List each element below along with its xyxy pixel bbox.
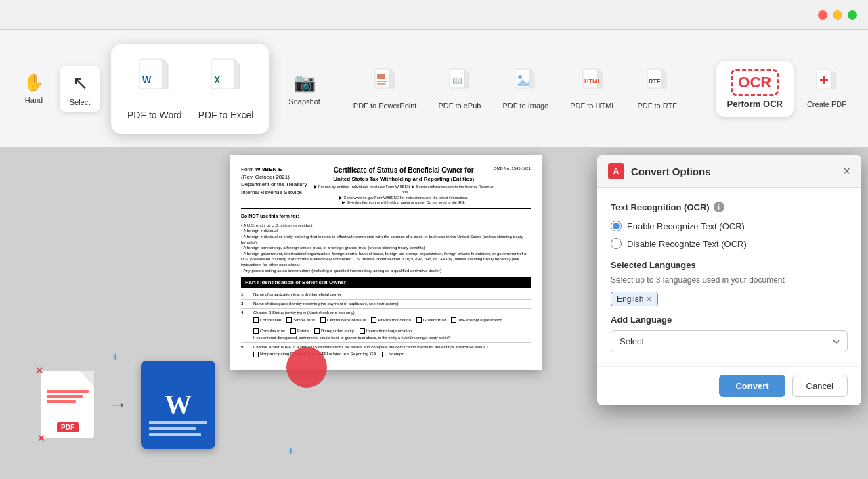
plus-decoration-1: + bbox=[112, 350, 119, 365]
svg-text:RTF: RTF bbox=[649, 78, 661, 85]
form-bullets: A U.S. entity or U.S. citizen or residen… bbox=[241, 223, 531, 274]
pdf-to-ppt-label: PDF to PowerPoint bbox=[353, 101, 417, 110]
enable-ocr-option[interactable]: Enable Recognize Text (OCR) bbox=[611, 221, 848, 231]
svg-rect-8 bbox=[377, 74, 385, 79]
pdf-badge: PDF bbox=[57, 422, 79, 432]
pdf-to-image-label: PDF to Image bbox=[502, 101, 548, 110]
svg-rect-9 bbox=[377, 81, 388, 82]
conversion-arrow: → bbox=[108, 394, 127, 415]
snapshot-label: Snapshot bbox=[288, 97, 320, 106]
svg-marker-25 bbox=[831, 70, 836, 89]
select-tool[interactable]: ↖ Select bbox=[60, 66, 100, 112]
svg-rect-10 bbox=[377, 83, 386, 85]
svg-marker-12 bbox=[464, 69, 469, 88]
english-tag-remove[interactable]: × bbox=[646, 294, 651, 304]
form-row-4: 4 Chapter 3 Status (entity type) (Must c… bbox=[241, 309, 531, 343]
form-donot: Do NOT use this form for: bbox=[241, 213, 531, 220]
dialog-header: A Convert Options × bbox=[597, 155, 861, 188]
dialog-close-button[interactable]: × bbox=[843, 165, 850, 177]
separator-1 bbox=[337, 68, 337, 109]
pdf-to-image-tool[interactable]: PDF to Image bbox=[494, 63, 557, 115]
add-language-label: Add Language bbox=[611, 315, 848, 325]
word-target-icon: W bbox=[141, 361, 215, 449]
form-main-title: Certificate of Status of Beneficial Owne… bbox=[313, 166, 494, 206]
snapshot-tool[interactable]: 📷 Snapshot bbox=[280, 67, 328, 111]
languages-section-label: Selected Languages bbox=[611, 260, 848, 270]
enable-ocr-label: Enable Recognize Text (OCR) bbox=[627, 221, 745, 231]
word-lines bbox=[149, 421, 207, 439]
expanded-convert-group: W PDF to Word X PDF to Excel bbox=[111, 44, 269, 134]
plus-decoration-2: + bbox=[287, 444, 295, 459]
svg-text:📖: 📖 bbox=[452, 75, 462, 85]
pdf-to-html-label: PDF to HTML bbox=[570, 101, 615, 110]
disable-ocr-label: Disable Recognize Text (OCR) bbox=[627, 239, 747, 249]
ocr-label: Perform OCR bbox=[727, 99, 783, 109]
create-pdf-icon bbox=[816, 69, 838, 93]
dialog-title-row: A Convert Options bbox=[608, 163, 711, 179]
form-row-3: 3 Name of disregarded entity receiving t… bbox=[241, 300, 531, 309]
svg-marker-7 bbox=[390, 69, 394, 88]
dialog-overlay: A Convert Options × Text Recognition (OC… bbox=[597, 148, 868, 479]
ocr-tool[interactable]: OCR Perform OCR bbox=[716, 61, 794, 117]
minimize-button[interactable] bbox=[833, 10, 842, 20]
pdf-to-excel-label: PDF to Excel bbox=[198, 110, 254, 120]
pdf-to-html-icon: HTML bbox=[582, 68, 604, 97]
form-row-1: 1 Name of organization that is the benef… bbox=[241, 290, 531, 299]
dialog-body: Text Recognition (OCR) i Enable Recogniz… bbox=[597, 188, 861, 366]
svg-text:W: W bbox=[142, 74, 152, 85]
form-section-header: Part I Identification of Beneficial Owne… bbox=[241, 277, 531, 288]
pdf-to-ppt-tool[interactable]: PDF to PowerPoint bbox=[345, 63, 425, 115]
hand-icon bbox=[24, 73, 44, 92]
close-button[interactable] bbox=[818, 10, 827, 20]
pdf-to-rtf-tool[interactable]: RTF PDF to RTF bbox=[629, 63, 685, 115]
disable-ocr-option[interactable]: Disable Recognize Text (OCR) bbox=[611, 238, 848, 249]
create-pdf-tool[interactable]: Create PDF bbox=[799, 64, 854, 114]
form-number: Form W-8BEN-E (Rev. October 2021) Depart… bbox=[241, 166, 307, 196]
pdf-to-word-tool[interactable]: W PDF to Word bbox=[127, 58, 182, 120]
pdf-source-icon: PDF ✕ ✕ bbox=[41, 371, 95, 438]
pdf-to-excel-tool[interactable]: X PDF to Excel bbox=[198, 58, 254, 120]
maximize-button[interactable] bbox=[848, 10, 857, 20]
conversion-area: PDF ✕ ✕ → W bbox=[41, 344, 298, 465]
pdf-to-epub-tool[interactable]: 📖 PDF to ePub bbox=[430, 63, 489, 115]
pdf-to-excel-icon: X bbox=[210, 58, 242, 103]
pdf-to-epub-label: PDF to ePub bbox=[438, 101, 481, 110]
ocr-icon: OCR bbox=[731, 69, 779, 96]
svg-marker-15 bbox=[530, 69, 534, 88]
dialog-app-icon: A bbox=[608, 163, 624, 179]
red-circle-decoration bbox=[286, 347, 327, 388]
select-label: Select bbox=[70, 98, 91, 106]
hand-tool[interactable]: Hand bbox=[14, 68, 54, 110]
select-icon: ↖ bbox=[72, 72, 88, 94]
pdf-page: Form W-8BEN-E (Rev. October 2021) Depart… bbox=[230, 155, 542, 370]
window-controls bbox=[818, 10, 857, 20]
language-select[interactable]: Select English Spanish French German Chi… bbox=[611, 330, 848, 352]
svg-marker-1 bbox=[162, 59, 168, 89]
dialog-footer: Convert Cancel bbox=[597, 366, 861, 405]
pdf-to-ppt-icon bbox=[374, 68, 396, 97]
pdf-to-rtf-label: PDF to RTF bbox=[637, 101, 676, 110]
form-omb: OMB No. 1545-1621 bbox=[494, 166, 531, 171]
svg-text:HTML: HTML bbox=[584, 78, 601, 85]
word-icon: W bbox=[141, 361, 215, 449]
pdf-to-rtf-icon: RTF bbox=[647, 68, 668, 97]
hand-label: Hand bbox=[25, 96, 43, 104]
dialog-title: Convert Options bbox=[631, 166, 711, 177]
pdf-to-epub-icon: 📖 bbox=[449, 68, 471, 97]
ocr-info-icon[interactable]: i bbox=[714, 202, 724, 212]
enable-ocr-radio[interactable] bbox=[611, 221, 622, 231]
svg-text:X: X bbox=[214, 74, 221, 85]
languages-sublabel: Select up to 3 languages used in your do… bbox=[611, 275, 848, 285]
english-language-tag: English × bbox=[611, 292, 658, 306]
svg-point-16 bbox=[518, 75, 522, 79]
disable-ocr-radio[interactable] bbox=[611, 238, 622, 249]
convert-options-dialog: A Convert Options × Text Recognition (OC… bbox=[597, 155, 861, 405]
pdf-to-image-icon bbox=[515, 68, 536, 97]
main-content: Form W-8BEN-E (Rev. October 2021) Depart… bbox=[0, 148, 868, 479]
toolbar: Hand ↖ Select W PDF to Word X bbox=[0, 30, 868, 148]
svg-marker-22 bbox=[662, 69, 666, 88]
pdf-to-html-tool[interactable]: HTML PDF to HTML bbox=[562, 63, 624, 115]
convert-button[interactable]: Convert bbox=[719, 375, 785, 397]
pdf-to-word-label: PDF to Word bbox=[127, 110, 182, 120]
cancel-button[interactable]: Cancel bbox=[792, 375, 848, 397]
